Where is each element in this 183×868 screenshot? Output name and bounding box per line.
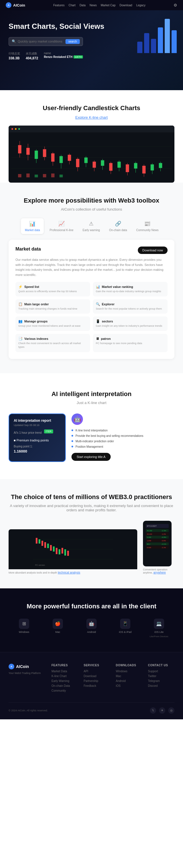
platform-windows[interactable]: ⊞ Windows: [8, 619, 40, 638]
svg-rect-43: [51, 174, 55, 178]
footer-col-title-contact: CONTACT US: [148, 664, 175, 667]
footer-link-win-dl[interactable]: Windows: [116, 670, 142, 673]
footer-link-warning[interactable]: Early Warning: [51, 679, 78, 683]
discord-social-icon[interactable]: ◎: [168, 707, 175, 714]
footer-link-discord[interactable]: Discord: [148, 684, 175, 687]
start-exploring-button[interactable]: Start exploring title A: [72, 453, 111, 461]
footer-link-telegram[interactable]: Telegram: [148, 679, 175, 683]
footer-link-partnership[interactable]: Partnership: [84, 679, 110, 683]
svg-rect-40: [26, 174, 30, 178]
footer-logo-icon: A: [8, 664, 14, 670]
tab-onchain-data[interactable]: 🔗 On-chain data: [105, 218, 130, 234]
hero-search-button[interactable]: search: [66, 39, 80, 44]
footer-link-ios-dl[interactable]: iOS: [116, 684, 142, 687]
hero-title: Smart Charts, Social Views: [8, 22, 111, 31]
hero-search-input[interactable]: [18, 40, 66, 43]
download-now-button[interactable]: Download now: [138, 247, 167, 254]
svg-rect-53: [47, 544, 49, 548]
telegram-social-icon[interactable]: ✈: [159, 707, 165, 714]
footer-link-twitter[interactable]: Twitter: [148, 675, 175, 678]
feature-manage-groups: 👥 Manage groups Group your most monitore…: [16, 316, 90, 331]
anywhere-link[interactable]: anywhere: [154, 571, 166, 574]
svg-rect-41: [34, 175, 38, 178]
mobile-device-wrapper: BTC/USDT 45,230 +2.3% 44,100 -1.2% 3,200…: [143, 521, 175, 574]
hero-stats: 行情总览 338.3B 未完成数 404,872 name Renzo Rest…: [8, 52, 111, 60]
candlestick-section: User-friendly Candlestick Charts Explore…: [0, 90, 183, 183]
pc-label: More abundant analysis tools and in-dept…: [8, 571, 137, 574]
feature-desc-5: Gain insight on any token to industry's …: [96, 324, 165, 328]
groups-icon: 👥: [18, 319, 23, 323]
footer-link-api[interactable]: API: [84, 670, 110, 673]
footer-link-download-footer[interactable]: Download: [84, 675, 110, 678]
windows-icon: ⊞: [19, 619, 29, 629]
hero-bar-3: [158, 27, 163, 53]
feature-dot-0: [72, 429, 73, 431]
navbar-logo[interactable]: A AICoin: [6, 2, 25, 8]
pc-desc-text: More abundant analysis tools and in-dept…: [8, 571, 57, 574]
technical-analysis-link[interactable]: technical analysis: [58, 571, 80, 574]
nav-chart[interactable]: Chart: [69, 4, 76, 7]
svg-text:PC version: PC version: [35, 564, 45, 566]
platform-ios-lite[interactable]: 💻 iOS Lite Lite/Prem Devices: [143, 619, 175, 638]
tab-community-news[interactable]: 📰 Community News: [133, 218, 162, 234]
nav-legacy[interactable]: Legacy: [136, 4, 145, 7]
footer-link-market[interactable]: Market Data: [51, 670, 78, 673]
navbar: A AICoin Features Chart Data News Market…: [0, 0, 183, 10]
svg-rect-20: [84, 157, 88, 163]
ios-icon: 📱: [120, 619, 130, 629]
ai-card-title: AI interpretation report: [14, 418, 61, 423]
svg-rect-58: [61, 548, 63, 554]
explore-kline-link[interactable]: Explore K-line chart: [75, 115, 107, 120]
nav-data[interactable]: Data: [79, 4, 85, 7]
nav-marketcap[interactable]: Market Cap: [101, 4, 115, 7]
pc-device-wrapper: PC version More abundant analysis tools …: [8, 529, 137, 574]
feature-desc-7: PC homepage to see more pending data: [96, 342, 165, 345]
ai-right-panel: 🤖 K-line trend interpretation Provide th…: [72, 413, 175, 461]
settings-icon[interactable]: ⚙: [174, 3, 177, 7]
footer-logo-col: A AICoin Your Web3 Trading Platform: [8, 664, 43, 694]
footer-col-services: SERVICES API Download Partnership Feedba…: [84, 664, 110, 694]
footer-bottom: © 2024 AICoin. All rights reserved. 𝕏 ✈ …: [8, 703, 175, 714]
feature-title-6: Various indexes: [24, 337, 48, 340]
mobile-label: Convenient operation anytime, anywhere: [143, 568, 175, 574]
svg-text:1,640: 1,640: [147, 540, 151, 541]
hero-stat-2: name Renzo Restaked ETH ezETH: [44, 52, 83, 60]
footer-link-support[interactable]: Support: [148, 670, 175, 673]
mac-label: Mac: [55, 630, 60, 633]
feature-title-4: Manage groups: [24, 319, 48, 323]
twitter-social-icon[interactable]: 𝕏: [150, 707, 156, 714]
hero-bar-0: [137, 42, 142, 53]
feature-speed-list: ⚡ Speed list Quick access to efficiently…: [16, 282, 90, 297]
nav-download[interactable]: Download: [120, 4, 132, 7]
footer-copyright: © 2024 AICoin. All rights reserved.: [8, 709, 48, 712]
logo-text: AICoin: [13, 3, 25, 7]
mobile-screen: BTC/USDT 45,230 +2.3% 44,100 -1.2% 3,200…: [143, 521, 172, 566]
devices-row: PC version More abundant analysis tools …: [8, 521, 175, 574]
svg-rect-55: [53, 547, 55, 552]
svg-rect-26: [109, 163, 113, 170]
order-icon: 📋: [18, 302, 23, 306]
footer-link-android-dl[interactable]: Android: [116, 679, 142, 683]
mobile-device: BTC/USDT 45,230 +2.3% 44,100 -1.2% 3,200…: [143, 521, 172, 566]
tab-professional-kline[interactable]: 📈 Professional K-line: [46, 218, 77, 234]
navbar-links: Features Chart Data News Market Cap Down…: [53, 4, 145, 7]
platform-ios[interactable]: 📱 iOS & iPad: [110, 619, 141, 638]
svg-rect-57: [59, 549, 60, 554]
footer-link-kline[interactable]: K-line Chart: [51, 675, 78, 678]
nav-features[interactable]: Features: [53, 4, 64, 7]
tab-market-data[interactable]: 📊 Market data: [21, 218, 44, 234]
footer-link-feedback[interactable]: Feedback: [84, 684, 110, 687]
footer-link-community[interactable]: Community: [51, 689, 78, 692]
footer-link-onchain[interactable]: On-chain Data: [51, 684, 78, 687]
mobile-chart-svg: BTC/USDT 45,230 +2.3% 44,100 -1.2% 3,200…: [145, 523, 170, 565]
nav-news[interactable]: News: [89, 4, 97, 7]
footer-link-mac-dl[interactable]: Mac: [116, 675, 142, 678]
platform-mac[interactable]: 🍎 Mac: [42, 619, 73, 638]
windows-label: Windows: [19, 630, 29, 633]
tab-early-warning[interactable]: ⚠ Early warning: [79, 218, 104, 234]
svg-rect-36: [151, 164, 154, 170]
toolbox-card-header: Market data Download now: [16, 247, 167, 254]
svg-rect-32: [134, 163, 137, 168]
platform-android[interactable]: 🤖 Android: [76, 619, 107, 638]
svg-rect-39: [18, 174, 22, 178]
